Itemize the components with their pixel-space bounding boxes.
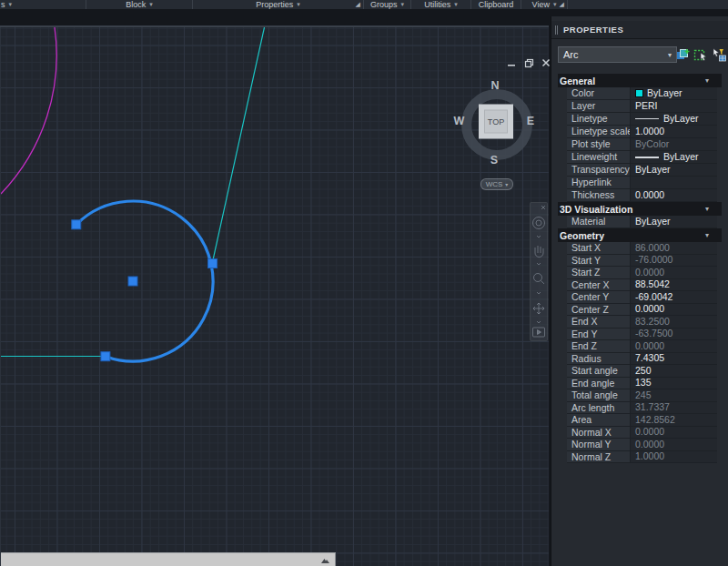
property-label: Normal X: [567, 427, 631, 439]
ribbon-panel-properties[interactable]: Properties▾◢: [193, 0, 364, 9]
grip-end-point[interactable]: [72, 220, 81, 229]
property-label: Color: [567, 87, 631, 99]
wcs-label: WCS: [486, 180, 503, 188]
property-label: Linetype: [567, 113, 631, 125]
section-header-3d-visualization[interactable]: 3D Visualization▾: [558, 202, 722, 216]
ribbon-panel-groups[interactable]: Groups▾: [364, 0, 411, 9]
ribbon-panel-clipboard[interactable]: Clipboard: [471, 0, 521, 9]
drawing-viewport[interactable]: N S W E TOP WCS▾: [0, 27, 549, 566]
object-type-selector[interactable]: Arc ▾: [558, 46, 677, 63]
property-value[interactable]: [631, 177, 717, 188]
property-value[interactable]: 88.5042: [631, 279, 717, 291]
property-value[interactable]: 7.4305: [631, 353, 717, 365]
property-value-text: PERI: [635, 100, 658, 112]
property-row-lineweight: LineweightByLayer: [567, 151, 717, 164]
chevron-down-icon: ▾: [149, 0, 153, 9]
property-value[interactable]: 0.0000: [631, 304, 717, 316]
properties-palette: PROPERTIES Arc ▾ General▾ColorByLayerLay…: [551, 16, 728, 566]
navigation-bar[interactable]: [530, 202, 548, 341]
property-value-text: 245: [635, 389, 652, 401]
linetype-preview-icon: [635, 118, 659, 119]
property-value[interactable]: 1.0000: [631, 126, 717, 137]
ribbon-panel-layers[interactable]: s▾: [0, 0, 86, 9]
property-value-text: 7.4305: [635, 353, 664, 365]
property-value[interactable]: 250: [631, 365, 717, 377]
orbit-icon: [533, 303, 544, 314]
property-value: 86.0000: [631, 242, 717, 254]
section-header-geometry[interactable]: Geometry▾: [558, 228, 722, 242]
ribbon-panel-block[interactable]: Block▾: [86, 0, 193, 9]
viewcube[interactable]: N S W E TOP: [451, 79, 542, 170]
property-row-end-y: End Y-63.7500: [567, 328, 717, 341]
property-value-text: -63.7500: [635, 328, 672, 340]
viewcube-west: W: [454, 115, 465, 127]
wcs-selector[interactable]: WCS▾: [480, 178, 513, 190]
magenta-curve[interactable]: [1, 27, 56, 194]
zoom-magnifier-icon: [534, 274, 542, 282]
chevron-down-icon: ▾: [297, 0, 300, 9]
chevron-down-icon: ▾: [705, 231, 709, 239]
property-value[interactable]: ByLayer: [631, 113, 717, 125]
minimize-icon[interactable]: [505, 57, 518, 68]
horizontal-scrollbar[interactable]: [1, 552, 336, 566]
chevron-down-icon: [537, 236, 541, 238]
property-row-center-z: Center Z0.0000: [567, 304, 717, 317]
property-value: ByColor: [631, 138, 717, 150]
property-value[interactable]: ByLayer: [631, 151, 717, 163]
autocad-app: s▾ Block▾ Properties▾◢ Groups▾ Utilities…: [0, 0, 728, 566]
chevron-down-icon: ▾: [401, 0, 405, 9]
property-value: 0.0000: [631, 340, 717, 352]
grip-start-point[interactable]: [101, 352, 110, 361]
dialog-launcher-icon[interactable]: ◢: [356, 0, 360, 9]
restore-icon[interactable]: [522, 57, 535, 68]
ribbon-panel-label: Groups: [370, 0, 398, 9]
properties-toolbar: Arc ▾: [551, 39, 728, 70]
select-objects-icon[interactable]: [693, 46, 708, 62]
property-row-end-angle: End angle135: [567, 378, 717, 390]
property-row-color: ColorByLayer: [567, 87, 717, 100]
property-value[interactable]: ByLayer: [631, 87, 717, 99]
ribbon-panel-view[interactable]: View▾◢: [521, 0, 568, 9]
property-label: Linetype scale: [567, 126, 631, 137]
ribbon-panel-utilities[interactable]: Utilities▾: [411, 0, 471, 9]
section-header-general[interactable]: General▾: [558, 74, 722, 87]
property-value[interactable]: ByLayer: [631, 164, 717, 176]
property-row-plot-style: Plot styleByColor: [567, 138, 717, 151]
property-value[interactable]: PERI: [631, 100, 717, 112]
palette-grip-icon[interactable]: [555, 25, 558, 35]
property-value[interactable]: -69.0042: [631, 291, 717, 303]
property-value[interactable]: 0.0000: [631, 189, 717, 201]
property-value[interactable]: ByLayer: [631, 216, 717, 227]
ribbon-panel-empty: [568, 0, 728, 9]
viewcube-south: S: [490, 154, 498, 167]
property-label: Layer: [567, 100, 631, 112]
property-label: Area: [567, 414, 631, 426]
property-label: Plot style: [567, 138, 631, 150]
grip-mid-point[interactable]: [208, 259, 217, 268]
property-row-linetype: LinetypeByLayer: [567, 113, 717, 126]
property-row-start-angle: Start angle250: [567, 365, 717, 378]
property-label: Center X: [567, 279, 631, 291]
property-row-layer: LayerPERI: [567, 100, 717, 113]
property-label: Start Y: [567, 255, 631, 267]
selected-arc[interactable]: [76, 201, 213, 361]
property-value[interactable]: 135: [631, 378, 717, 389]
dialog-launcher-icon[interactable]: ◢: [560, 0, 564, 9]
property-row-end-z: End Z0.0000: [567, 340, 717, 353]
property-label: Start X: [567, 242, 631, 254]
quick-select-icon[interactable]: [711, 46, 726, 62]
property-row-linetype-scale: Linetype scale1.0000: [567, 126, 717, 138]
toggle-pickadd-icon[interactable]: [674, 46, 690, 62]
properties-palette-header[interactable]: PROPERTIES: [551, 21, 728, 39]
property-label: End Y: [567, 328, 631, 340]
close-icon: [541, 206, 545, 209]
property-row-transparency: TransparencyByLayer: [567, 164, 717, 177]
property-value-text: 0.0000: [635, 189, 664, 201]
cyan-line-vertical[interactable]: [213, 27, 265, 262]
property-row-start-z: Start Z0.0000: [567, 267, 717, 279]
property-value-text: -69.0042: [635, 291, 672, 303]
property-value: 245: [631, 389, 717, 401]
property-row-radius: Radius7.4305: [567, 353, 717, 366]
grip-center-point[interactable]: [128, 277, 137, 286]
property-label: Transparency: [567, 164, 631, 176]
